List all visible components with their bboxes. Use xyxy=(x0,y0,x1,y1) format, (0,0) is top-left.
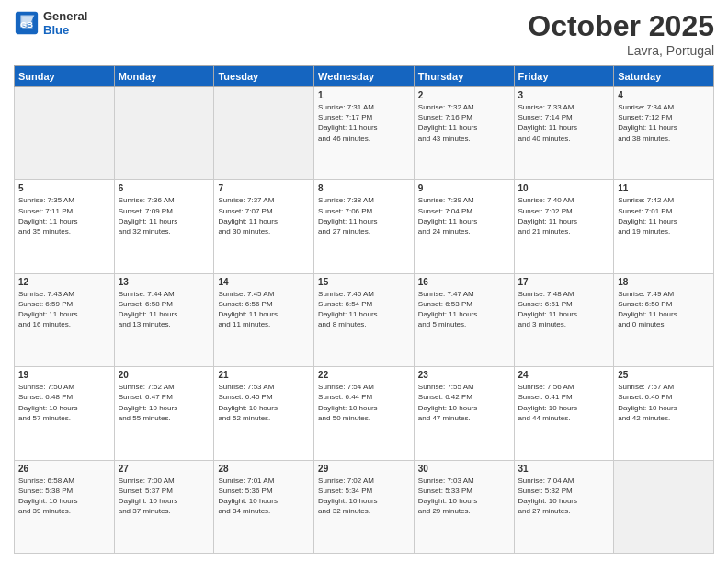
day-number: 21 xyxy=(218,370,310,380)
table-row: 14Sunrise: 7:45 AM Sunset: 6:56 PM Dayli… xyxy=(214,273,314,366)
table-row: 1Sunrise: 7:31 AM Sunset: 7:17 PM Daylig… xyxy=(314,87,415,180)
table-row: 11Sunrise: 7:42 AM Sunset: 7:01 PM Dayli… xyxy=(614,180,714,273)
day-info: Sunrise: 7:35 AM Sunset: 7:11 PM Dayligh… xyxy=(18,195,110,236)
day-number: 19 xyxy=(18,370,110,380)
table-row: 18Sunrise: 7:49 AM Sunset: 6:50 PM Dayli… xyxy=(614,273,714,366)
table-row: 22Sunrise: 7:54 AM Sunset: 6:44 PM Dayli… xyxy=(314,367,415,460)
week-row-4: 19Sunrise: 7:50 AM Sunset: 6:48 PM Dayli… xyxy=(15,367,714,460)
day-info: Sunrise: 7:03 AM Sunset: 5:33 PM Dayligh… xyxy=(418,476,510,517)
day-number: 29 xyxy=(318,464,410,474)
day-info: Sunrise: 7:04 AM Sunset: 5:32 PM Dayligh… xyxy=(518,476,610,517)
table-row: 25Sunrise: 7:57 AM Sunset: 6:40 PM Dayli… xyxy=(614,367,714,460)
table-row: 5Sunrise: 7:35 AM Sunset: 7:11 PM Daylig… xyxy=(15,180,115,273)
day-number: 31 xyxy=(518,464,610,474)
day-info: Sunrise: 7:46 AM Sunset: 6:54 PM Dayligh… xyxy=(318,289,410,330)
day-info: Sunrise: 7:48 AM Sunset: 6:51 PM Dayligh… xyxy=(518,289,610,330)
table-row: 6Sunrise: 7:36 AM Sunset: 7:09 PM Daylig… xyxy=(114,180,214,273)
svg-text:GB: GB xyxy=(20,20,33,29)
table-row: 20Sunrise: 7:52 AM Sunset: 6:47 PM Dayli… xyxy=(114,367,214,460)
day-number: 28 xyxy=(218,464,310,474)
calendar-header-row: Sunday Monday Tuesday Wednesday Thursday… xyxy=(15,66,714,87)
table-row: 8Sunrise: 7:38 AM Sunset: 7:06 PM Daylig… xyxy=(314,180,415,273)
day-number: 18 xyxy=(618,277,710,287)
logo: GB General Blue xyxy=(14,9,87,37)
day-info: Sunrise: 7:55 AM Sunset: 6:42 PM Dayligh… xyxy=(418,382,510,423)
header: GB General Blue October 2025 Lavra, Port… xyxy=(14,9,714,58)
day-number: 8 xyxy=(318,183,410,193)
table-row: 29Sunrise: 7:02 AM Sunset: 5:34 PM Dayli… xyxy=(314,460,415,553)
day-number: 24 xyxy=(518,370,610,380)
table-row: 4Sunrise: 7:34 AM Sunset: 7:12 PM Daylig… xyxy=(614,87,714,180)
day-number: 6 xyxy=(119,183,210,193)
day-info: Sunrise: 7:34 AM Sunset: 7:12 PM Dayligh… xyxy=(618,102,710,144)
day-info: Sunrise: 7:50 AM Sunset: 6:48 PM Dayligh… xyxy=(18,382,110,423)
table-row: 27Sunrise: 7:00 AM Sunset: 5:37 PM Dayli… xyxy=(114,460,214,553)
location: Lavra, Portugal xyxy=(528,43,714,58)
table-row: 24Sunrise: 7:56 AM Sunset: 6:41 PM Dayli… xyxy=(514,367,614,460)
day-number: 1 xyxy=(318,90,410,100)
table-row: 15Sunrise: 7:46 AM Sunset: 6:54 PM Dayli… xyxy=(314,273,415,366)
table-row xyxy=(214,87,314,180)
day-number: 27 xyxy=(119,464,210,474)
table-row: 10Sunrise: 7:40 AM Sunset: 7:02 PM Dayli… xyxy=(514,180,614,273)
title-block: October 2025 Lavra, Portugal xyxy=(528,9,714,58)
day-info: Sunrise: 7:39 AM Sunset: 7:04 PM Dayligh… xyxy=(418,195,510,236)
table-row xyxy=(114,87,214,180)
day-info: Sunrise: 7:38 AM Sunset: 7:06 PM Dayligh… xyxy=(318,195,410,236)
table-row: 17Sunrise: 7:48 AM Sunset: 6:51 PM Dayli… xyxy=(514,273,614,366)
col-wednesday: Wednesday xyxy=(314,66,415,87)
day-info: Sunrise: 7:00 AM Sunset: 5:37 PM Dayligh… xyxy=(119,476,210,517)
col-friday: Friday xyxy=(514,66,614,87)
table-row: 7Sunrise: 7:37 AM Sunset: 7:07 PM Daylig… xyxy=(214,180,314,273)
day-number: 30 xyxy=(418,464,510,474)
day-info: Sunrise: 7:52 AM Sunset: 6:47 PM Dayligh… xyxy=(119,382,210,423)
day-info: Sunrise: 7:32 AM Sunset: 7:16 PM Dayligh… xyxy=(418,102,510,144)
day-info: Sunrise: 7:43 AM Sunset: 6:59 PM Dayligh… xyxy=(18,289,110,330)
table-row xyxy=(614,460,714,553)
week-row-5: 26Sunrise: 6:58 AM Sunset: 5:38 PM Dayli… xyxy=(15,460,714,553)
day-number: 17 xyxy=(518,277,610,287)
day-info: Sunrise: 7:36 AM Sunset: 7:09 PM Dayligh… xyxy=(119,195,210,236)
day-info: Sunrise: 7:57 AM Sunset: 6:40 PM Dayligh… xyxy=(618,382,710,423)
day-info: Sunrise: 7:01 AM Sunset: 5:36 PM Dayligh… xyxy=(218,476,310,517)
day-info: Sunrise: 7:42 AM Sunset: 7:01 PM Dayligh… xyxy=(618,195,710,236)
table-row: 3Sunrise: 7:33 AM Sunset: 7:14 PM Daylig… xyxy=(514,87,614,180)
day-number: 14 xyxy=(218,277,310,287)
week-row-3: 12Sunrise: 7:43 AM Sunset: 6:59 PM Dayli… xyxy=(15,273,714,366)
table-row: 16Sunrise: 7:47 AM Sunset: 6:53 PM Dayli… xyxy=(414,273,514,366)
week-row-2: 5Sunrise: 7:35 AM Sunset: 7:11 PM Daylig… xyxy=(15,180,714,273)
day-number: 20 xyxy=(119,370,210,380)
day-info: Sunrise: 7:44 AM Sunset: 6:58 PM Dayligh… xyxy=(119,289,210,330)
col-sunday: Sunday xyxy=(15,66,115,87)
table-row: 30Sunrise: 7:03 AM Sunset: 5:33 PM Dayli… xyxy=(414,460,514,553)
month-title: October 2025 xyxy=(528,9,714,43)
table-row: 31Sunrise: 7:04 AM Sunset: 5:32 PM Dayli… xyxy=(514,460,614,553)
day-number: 7 xyxy=(218,183,310,193)
day-number: 11 xyxy=(618,183,710,193)
day-number: 13 xyxy=(119,277,210,287)
logo-icon: GB xyxy=(14,10,40,36)
day-info: Sunrise: 7:33 AM Sunset: 7:14 PM Dayligh… xyxy=(518,102,610,144)
col-tuesday: Tuesday xyxy=(214,66,314,87)
day-info: Sunrise: 7:53 AM Sunset: 6:45 PM Dayligh… xyxy=(218,382,310,423)
day-number: 4 xyxy=(618,90,710,100)
day-number: 16 xyxy=(418,277,510,287)
week-row-1: 1Sunrise: 7:31 AM Sunset: 7:17 PM Daylig… xyxy=(15,87,714,180)
table-row: 19Sunrise: 7:50 AM Sunset: 6:48 PM Dayli… xyxy=(15,367,115,460)
day-number: 25 xyxy=(618,370,710,380)
day-number: 22 xyxy=(318,370,410,380)
calendar-table: Sunday Monday Tuesday Wednesday Thursday… xyxy=(14,65,714,554)
day-info: Sunrise: 7:54 AM Sunset: 6:44 PM Dayligh… xyxy=(318,382,410,423)
day-info: Sunrise: 7:47 AM Sunset: 6:53 PM Dayligh… xyxy=(418,289,510,330)
table-row: 12Sunrise: 7:43 AM Sunset: 6:59 PM Dayli… xyxy=(15,273,115,366)
day-number: 10 xyxy=(518,183,610,193)
day-number: 15 xyxy=(318,277,410,287)
col-saturday: Saturday xyxy=(614,66,714,87)
day-number: 2 xyxy=(418,90,510,100)
col-monday: Monday xyxy=(114,66,214,87)
page: GB General Blue October 2025 Lavra, Port… xyxy=(0,0,728,563)
day-number: 5 xyxy=(18,183,110,193)
table-row: 2Sunrise: 7:32 AM Sunset: 7:16 PM Daylig… xyxy=(414,87,514,180)
day-info: Sunrise: 7:49 AM Sunset: 6:50 PM Dayligh… xyxy=(618,289,710,330)
table-row: 23Sunrise: 7:55 AM Sunset: 6:42 PM Dayli… xyxy=(414,367,514,460)
